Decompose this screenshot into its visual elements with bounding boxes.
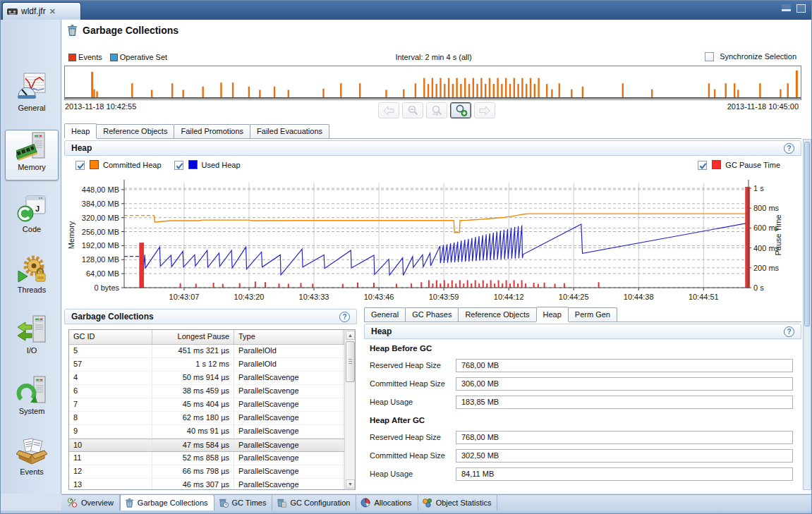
table-body: 5451 ms 321 µsParallelOld571 s 12 msPara… bbox=[69, 345, 355, 490]
scrollbar-thumb[interactable] bbox=[346, 341, 355, 382]
heap-chart[interactable]: 10:43:0710:43:2010:43:3310:43:4610:43:59… bbox=[64, 171, 801, 307]
zoom-out-button[interactable] bbox=[402, 102, 423, 118]
svg-text:128,00 MB: 128,00 MB bbox=[82, 255, 119, 264]
table-cell: 12 bbox=[69, 465, 152, 478]
gc-table[interactable]: GC IDLongest PauseType5451 ms 321 µsPara… bbox=[68, 329, 356, 490]
editor-scrollbar[interactable] bbox=[803, 139, 811, 490]
range-end-time: 2013-11-18 10:45:00 bbox=[727, 102, 799, 111]
column-header-longest-pause[interactable]: Longest Pause bbox=[152, 330, 234, 344]
table-row[interactable]: 745 ms 404 µsParallelScavenge bbox=[69, 398, 355, 412]
threads-icon bbox=[16, 253, 47, 284]
scroll-up-icon[interactable]: ▲ bbox=[346, 331, 355, 340]
field-value[interactable]: 302,50 MB bbox=[456, 449, 793, 463]
sidebar-item-events[interactable]: Events bbox=[5, 434, 59, 485]
table-row[interactable]: 1266 ms 798 µsParallelScavenge bbox=[69, 465, 355, 479]
arrow-left-button[interactable] bbox=[378, 102, 399, 118]
field-value[interactable]: 768,00 MB bbox=[456, 359, 793, 372]
arrow-right-icon bbox=[478, 106, 491, 116]
bottom-tab-allocations[interactable]: Allocations bbox=[356, 495, 418, 510]
zoom-out-icon bbox=[406, 105, 419, 116]
timeline-range-selector[interactable] bbox=[64, 66, 801, 100]
table-cell: ParallelScavenge bbox=[234, 372, 344, 384]
table-row[interactable]: 1346 ms 307 µsParallelScavenge bbox=[69, 479, 355, 490]
legend-checkbox[interactable] bbox=[174, 161, 183, 170]
svg-text:Memory: Memory bbox=[67, 221, 75, 249]
table-row[interactable]: 638 ms 459 µsParallelScavenge bbox=[69, 385, 355, 398]
legend-swatch bbox=[712, 160, 721, 169]
tab-failed-promotions[interactable]: Failed Promotions bbox=[174, 124, 250, 138]
zoom-range-button[interactable] bbox=[426, 102, 447, 118]
field-value[interactable]: 768,00 MB bbox=[456, 431, 793, 444]
chart-legend-right: GC Pause Time bbox=[698, 160, 793, 170]
table-cell: 50 ms 914 µs bbox=[152, 372, 234, 384]
tab-reference-objects[interactable]: Reference Objects bbox=[96, 124, 174, 138]
synchronize-selection-label: Synchronize Selection bbox=[720, 52, 796, 61]
tab-failed-evacuations[interactable]: Failed Evacuations bbox=[250, 124, 329, 138]
table-cell: 47 ms 584 µs bbox=[152, 439, 234, 451]
tab-general[interactable]: General bbox=[364, 307, 406, 322]
table-row[interactable]: 940 ms 91 µsParallelScavenge bbox=[69, 425, 355, 439]
scroll-down-icon[interactable]: ▼ bbox=[346, 479, 355, 489]
svg-text:200 ms: 200 ms bbox=[753, 264, 780, 272]
svg-text:448,00 MB: 448,00 MB bbox=[82, 185, 119, 194]
sidebar-item-label: Events bbox=[20, 467, 44, 476]
tab-heap[interactable]: Heap bbox=[64, 123, 97, 138]
gc-panel-title: Garbage Collections bbox=[71, 312, 154, 322]
tab-gc-phases[interactable]: GC Phases bbox=[405, 307, 459, 322]
svg-text:J: J bbox=[35, 204, 40, 213]
arrow-right-button[interactable] bbox=[474, 102, 495, 118]
zoom-in-button[interactable] bbox=[450, 102, 471, 118]
editor-tab-wldf[interactable]: wldf.jfr ✕ bbox=[2, 2, 81, 20]
minimize-icon[interactable] bbox=[782, 4, 791, 11]
maximize-icon[interactable] bbox=[796, 4, 806, 13]
table-row[interactable]: 5451 ms 321 µsParallelOld bbox=[69, 345, 355, 358]
synchronize-selection-checkbox[interactable] bbox=[705, 52, 714, 61]
svg-text:0 s: 0 s bbox=[753, 283, 764, 292]
tab-heap[interactable]: Heap bbox=[536, 307, 569, 322]
table-row[interactable]: 1152 ms 858 µsParallelScavenge bbox=[69, 452, 355, 465]
legend-checkbox[interactable] bbox=[75, 161, 85, 170]
field-value[interactable]: 183,85 MB bbox=[456, 396, 793, 409]
table-cell: 6 bbox=[69, 385, 152, 398]
help-icon[interactable]: ? bbox=[339, 312, 350, 322]
garbage-collections-icon bbox=[125, 498, 134, 508]
bottom-tab-overview[interactable]: Overview bbox=[63, 495, 120, 510]
table-cell: 5 bbox=[69, 345, 152, 357]
sidebar-item-general[interactable]: General bbox=[5, 71, 59, 121]
field-value[interactable]: 84,11 MB bbox=[456, 467, 793, 481]
svg-text:10:43:20: 10:43:20 bbox=[234, 293, 265, 301]
table-row[interactable]: 571 s 12 msParallelOld bbox=[69, 358, 355, 372]
table-row[interactable]: 1047 ms 584 µsParallelScavenge bbox=[69, 439, 355, 452]
bottom-tab-gc-times[interactable]: GC Times bbox=[214, 495, 273, 510]
legend-swatch bbox=[110, 54, 118, 61]
sidebar-item-io[interactable]: I/O bbox=[5, 313, 59, 364]
column-header-type[interactable]: Type bbox=[234, 330, 344, 344]
column-header-gc-id[interactable]: GC ID bbox=[69, 330, 152, 344]
help-icon[interactable]: ? bbox=[784, 143, 794, 154]
sidebar-item-threads[interactable]: Threads bbox=[5, 252, 59, 303]
overview-icon bbox=[67, 498, 78, 508]
bottom-tab-gc-configuration[interactable]: GC Configuration bbox=[272, 495, 356, 510]
table-scrollbar[interactable]: ▲▼ bbox=[344, 330, 355, 489]
table-row[interactable]: 450 ms 914 µsParallelScavenge bbox=[69, 372, 355, 385]
close-icon[interactable]: ✕ bbox=[49, 7, 56, 16]
legend-checkbox[interactable] bbox=[698, 161, 707, 170]
zoom-in-icon bbox=[454, 104, 468, 116]
sidebar-item-label: System bbox=[19, 407, 45, 415]
table-cell: ParallelScavenge bbox=[234, 412, 344, 424]
sidebar-item-memory[interactable]: Memory bbox=[5, 130, 59, 180]
tab-reference-objects[interactable]: Reference Objects bbox=[458, 307, 536, 322]
svg-text:64,00 MB: 64,00 MB bbox=[86, 269, 119, 278]
help-icon[interactable]: ? bbox=[784, 326, 794, 337]
scrollbar-thumb[interactable] bbox=[804, 142, 810, 326]
tab-perm-gen[interactable]: Perm Gen bbox=[568, 307, 617, 322]
bottom-tab-garbage-collections[interactable]: Garbage Collections bbox=[120, 494, 214, 510]
table-row[interactable]: 862 ms 180 µsParallelScavenge bbox=[69, 412, 355, 425]
sidebar-item-code[interactable]: JCode bbox=[5, 192, 59, 243]
bottom-tab-bar: OverviewGarbage CollectionsGC TimesGC Co… bbox=[61, 494, 811, 510]
bottom-tab-label: GC Configuration bbox=[290, 498, 350, 507]
field-value[interactable]: 306,00 MB bbox=[456, 377, 793, 391]
table-cell: 46 ms 307 µs bbox=[152, 479, 234, 490]
bottom-tab-object-statistics[interactable]: Object Statistics bbox=[418, 495, 498, 510]
sidebar-item-system[interactable]: System bbox=[5, 374, 59, 424]
